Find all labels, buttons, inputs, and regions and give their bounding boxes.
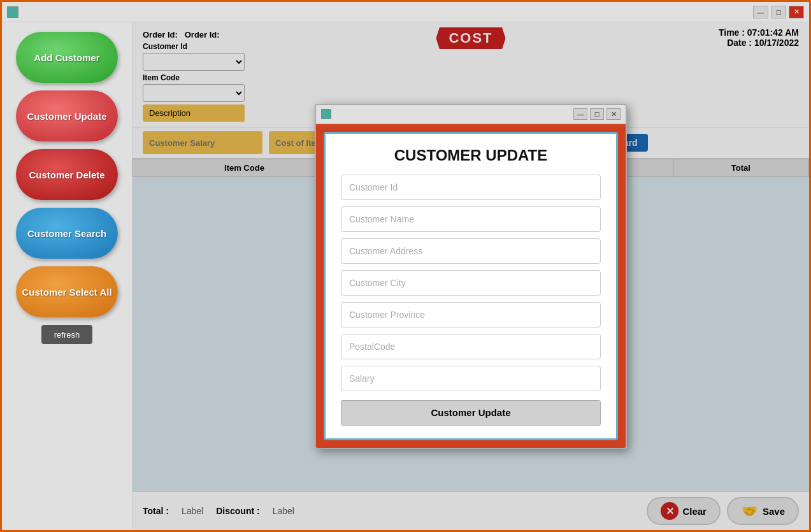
main-content: Add Customer Customer Update Customer De…: [2, 22, 809, 530]
modal-field-customer-province: [341, 302, 601, 327]
modal-controls: — □ ✕: [573, 108, 621, 120]
modal-field-postal-code: [341, 334, 601, 359]
outer-window-icon: [7, 6, 18, 18]
modal-close-button[interactable]: ✕: [606, 108, 621, 120]
modal-body: CUSTOMER UPDATE: [316, 124, 626, 448]
modal-overlay: — □ ✕ CUSTOMER UPDATE: [133, 22, 809, 530]
outer-titlebar-controls: — □ ✕: [753, 6, 804, 18]
modal-titlebar-left: [321, 109, 331, 119]
customer-update-button[interactable]: Customer Update: [16, 90, 118, 141]
modal-minimize-button[interactable]: —: [573, 108, 587, 120]
modal-field-customer-address: [341, 238, 601, 264]
right-content: COST Order Id: Order Id: Customer Id It: [133, 22, 809, 530]
modal-customer-city-input[interactable]: [341, 270, 601, 296]
modal-customer-name-input[interactable]: [341, 206, 601, 232]
modal-titlebar: — □ ✕: [316, 105, 626, 124]
modal-submit-button[interactable]: Customer Update: [341, 400, 601, 426]
modal-window: — □ ✕ CUSTOMER UPDATE: [315, 104, 627, 449]
add-customer-button[interactable]: Add Customer: [16, 32, 118, 83]
outer-minimize-button[interactable]: —: [753, 6, 768, 18]
modal-window-icon: [321, 109, 331, 119]
modal-field-customer-id: [341, 175, 601, 200]
modal-postal-code-input[interactable]: [341, 334, 601, 359]
outer-maximize-button[interactable]: □: [771, 6, 786, 18]
customer-search-button[interactable]: Customer Search: [16, 208, 118, 259]
outer-titlebar: — □ ✕: [2, 2, 809, 22]
modal-title: CUSTOMER UPDATE: [341, 147, 601, 164]
outer-titlebar-left: [7, 6, 18, 18]
outer-close-button[interactable]: ✕: [789, 6, 804, 18]
modal-field-customer-name: [341, 206, 601, 232]
customer-delete-button[interactable]: Customer Delete: [16, 149, 118, 200]
modal-customer-id-input[interactable]: [341, 175, 601, 200]
modal-maximize-button[interactable]: □: [590, 108, 604, 120]
customer-select-button[interactable]: Customer Select All: [16, 266, 118, 317]
modal-inner: CUSTOMER UPDATE: [324, 132, 618, 440]
left-sidebar: Add Customer Customer Update Customer De…: [2, 22, 133, 530]
modal-field-salary: [341, 366, 601, 391]
modal-salary-input[interactable]: [341, 366, 601, 391]
modal-customer-province-input[interactable]: [341, 302, 601, 327]
modal-field-customer-city: [341, 270, 601, 296]
outer-window: — □ ✕ Add Customer Customer Update Custo…: [0, 0, 811, 532]
refresh-button[interactable]: refresh: [41, 325, 92, 344]
modal-customer-address-input[interactable]: [341, 238, 601, 264]
